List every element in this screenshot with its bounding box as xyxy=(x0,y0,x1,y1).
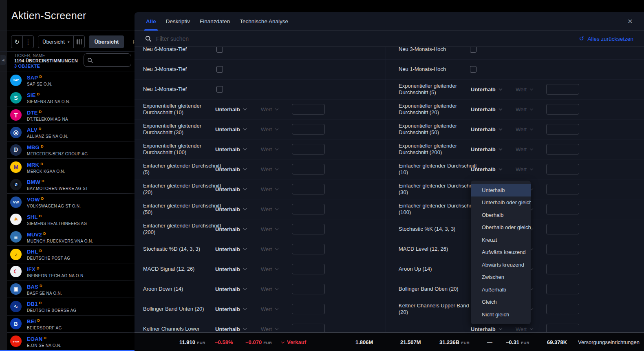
toolbar-tab[interactable]: Übersicht xyxy=(89,35,124,48)
stock-list-item[interactable]: B BEID BEIERSDORF AG xyxy=(7,316,135,333)
operator-select[interactable]: Unterhalb xyxy=(471,126,502,132)
filter-checkbox[interactable] xyxy=(216,47,223,53)
filter-value-input[interactable] xyxy=(292,324,325,332)
value-mode-select[interactable]: Wert xyxy=(261,326,278,332)
filter-tab[interactable]: Technische Analyse xyxy=(240,12,288,31)
stock-list-item[interactable]: M MRKD MERCK KGAA O.N. xyxy=(7,159,135,176)
filter-value-input[interactable] xyxy=(546,304,579,314)
dropdown-option[interactable]: Abwärts kreuzend xyxy=(471,258,531,271)
stock-list-item[interactable]: ◎ ALVD ALLIANZ SE NA O.N. xyxy=(7,124,135,141)
dropdown-option[interactable]: Kreuzt xyxy=(471,234,531,246)
stock-list-item[interactable]: ♪ DHLD DEUTSCHE POST AG xyxy=(7,246,135,263)
dropdown-option[interactable]: Unterhalb xyxy=(471,184,531,196)
value-mode-select[interactable]: Wert xyxy=(261,286,278,292)
value-mode-select[interactable]: Wert xyxy=(261,266,278,272)
stock-list-item[interactable]: D MBGD MERCEDES-BENZ GROUP AG xyxy=(7,141,135,159)
stock-list-item[interactable]: VW VOWD VOLKSWAGEN AG ST O.N. xyxy=(7,194,135,211)
value-mode-select[interactable]: Wert xyxy=(261,106,278,113)
reset-all-button[interactable]: ↺ Alles zurücksetzen xyxy=(579,31,633,47)
close-button[interactable]: × xyxy=(624,15,636,27)
filter-value-input[interactable] xyxy=(292,184,325,194)
filter-value-input[interactable] xyxy=(292,304,325,314)
operator-select[interactable]: Unterhalb xyxy=(215,106,246,113)
value-mode-select[interactable]: Wert xyxy=(261,146,278,152)
filter-value-input[interactable] xyxy=(546,324,579,332)
filter-value-input[interactable] xyxy=(292,104,325,115)
filter-value-input[interactable] xyxy=(546,264,579,274)
operator-select[interactable]: Unterhalb xyxy=(215,226,246,232)
dropdown-option[interactable]: Nicht gleich xyxy=(471,308,531,321)
operator-select[interactable]: Unterhalb xyxy=(215,306,246,312)
stock-list-item[interactable]: ≡ MUV2D MUENCH.RUECKVERS.VNA O.N. xyxy=(7,228,135,246)
filter-checkbox[interactable] xyxy=(216,66,223,73)
filter-value-input[interactable] xyxy=(546,124,579,135)
operator-select[interactable]: Unterhalb xyxy=(471,86,502,93)
value-mode-select[interactable]: Wert xyxy=(516,166,533,172)
stock-list-item[interactable]: SAP SAPD SAP SE O.N. xyxy=(7,72,135,89)
refresh-button[interactable]: ↻ xyxy=(11,36,22,48)
operator-select[interactable]: Unterhalb xyxy=(215,266,246,272)
value-mode-select[interactable]: Wert xyxy=(516,146,533,152)
value-mode-select[interactable]: Wert xyxy=(516,326,533,332)
stock-list-item[interactable]: ☾ IFXD INFINEON TECH.AG NA O.N. xyxy=(7,263,135,281)
operator-select[interactable]: Unterhalb xyxy=(215,146,246,152)
operator-select[interactable]: Unterhalb xyxy=(215,166,246,172)
columns-button[interactable] xyxy=(73,36,84,48)
value-mode-select[interactable]: Wert xyxy=(261,126,278,132)
value-mode-select[interactable]: Wert xyxy=(516,106,533,113)
filter-tab[interactable]: Finanzdaten xyxy=(200,12,230,31)
operator-select[interactable]: Unterhalb xyxy=(215,326,246,332)
value-mode-select[interactable]: Wert xyxy=(261,226,278,232)
stock-list-item[interactable]: S SIED SIEMENS AG NA O.N. xyxy=(7,89,135,107)
operator-select[interactable]: Unterhalb xyxy=(471,146,502,152)
value-mode-select[interactable]: Wert xyxy=(261,166,278,172)
filter-value-input[interactable] xyxy=(546,104,579,115)
filter-checkbox[interactable] xyxy=(470,47,476,53)
filter-value-input[interactable] xyxy=(292,164,325,174)
operator-select[interactable]: Unterhalb xyxy=(215,206,246,212)
value-mode-select[interactable]: Wert xyxy=(261,206,278,212)
dropdown-option[interactable]: Oberhalb xyxy=(471,209,531,221)
dropdown-option[interactable]: Außerhalb xyxy=(471,283,531,296)
value-mode-select[interactable]: Wert xyxy=(516,126,533,132)
stock-list-item[interactable]: ✳ SHLD SIEMENS HEALTHINEERS AG xyxy=(7,211,135,229)
value-mode-select[interactable]: Wert xyxy=(516,86,533,93)
operator-select[interactable]: Unterhalb xyxy=(215,126,246,132)
value-mode-select[interactable]: Wert xyxy=(261,306,278,312)
filter-search-input[interactable] xyxy=(156,35,278,42)
value-mode-select[interactable]: Wert xyxy=(261,246,278,252)
filter-value-input[interactable] xyxy=(546,164,579,174)
filter-value-input[interactable] xyxy=(546,284,579,294)
toolbar-tab[interactable]: Performance xyxy=(127,35,135,48)
filter-checkbox[interactable] xyxy=(216,86,223,93)
filter-value-input[interactable] xyxy=(292,144,325,155)
filter-value-input[interactable] xyxy=(292,204,325,214)
more-options-button[interactable]: ⋮ xyxy=(22,36,33,48)
stock-list-item[interactable]: e·on EOAND E.ON SE NA O.N. xyxy=(7,333,135,350)
stock-list-item[interactable]: BMWD BAY.MOTOREN WERKE AG ST xyxy=(7,176,135,194)
filter-value-input[interactable] xyxy=(546,84,579,95)
stock-list-item[interactable]: ▣ BASD BASF SE NA O.N. xyxy=(7,280,135,298)
filter-value-input[interactable] xyxy=(546,244,579,254)
objects-count[interactable]: 3 OBJEKTE xyxy=(14,64,78,68)
operator-select[interactable]: Unterhalb xyxy=(215,186,246,192)
filter-value-input[interactable] xyxy=(546,224,579,234)
operator-select[interactable]: Unterhalb xyxy=(215,286,246,292)
filter-value-input[interactable] xyxy=(292,224,325,234)
ticker-search-box[interactable] xyxy=(84,53,131,67)
filter-checkbox[interactable] xyxy=(470,66,476,73)
operator-select[interactable]: Unterhalb xyxy=(471,106,502,113)
filter-value-input[interactable] xyxy=(292,284,325,294)
operator-select[interactable]: Unterhalb xyxy=(215,246,246,252)
value-mode-select[interactable]: Wert xyxy=(261,186,278,192)
filter-value-input[interactable] xyxy=(292,264,325,274)
filter-value-input[interactable] xyxy=(292,124,325,135)
filter-value-input[interactable] xyxy=(546,204,579,214)
dropdown-option[interactable]: Aufwärts kreuzend xyxy=(471,246,531,259)
dropdown-option[interactable]: Zwischen xyxy=(471,271,531,284)
filter-value-input[interactable] xyxy=(546,144,579,155)
stock-list-item[interactable]: T DTED DT.TELEKOM AG NA xyxy=(7,106,135,124)
filter-tab[interactable]: Alle xyxy=(146,12,156,31)
filter-tab[interactable]: Deskriptiv xyxy=(166,12,190,31)
collapse-sidebar-button[interactable]: ◀ xyxy=(0,55,6,65)
